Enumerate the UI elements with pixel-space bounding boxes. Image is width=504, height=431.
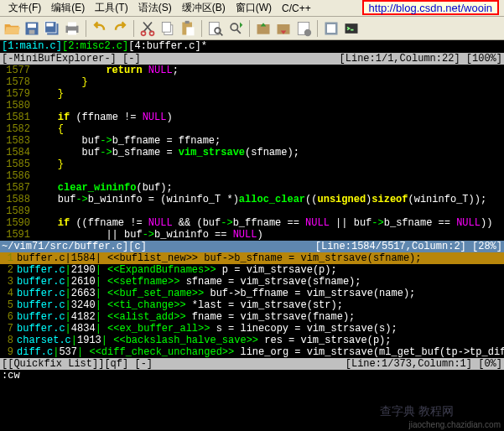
find-icon[interactable] <box>207 20 224 37</box>
make-icon[interactable] <box>323 20 340 37</box>
tab-main[interactable]: [1:main.c] <box>2 40 62 52</box>
line-content <box>34 100 504 112</box>
tab-misc2[interactable]: [2:misc2.c] <box>62 40 128 52</box>
line-content <box>34 205 504 217</box>
save-icon[interactable] <box>23 20 40 37</box>
quickfix-item[interactable]: 2buffer.c|2190| <<ExpandBufnames>> p = v… <box>0 264 504 276</box>
line-number: 1582 <box>0 123 34 135</box>
save-all-icon[interactable] <box>44 20 60 37</box>
quickfix-pane[interactable]: 1buffer.c|1584| <<buflist_new>> buf->b_s… <box>0 252 504 358</box>
quickfix-item[interactable]: 3buffer.c|2610| <<setfname>> sfname = vi… <box>0 276 504 288</box>
code-line[interactable]: 1578 } <box>0 76 504 88</box>
code-line[interactable]: 1586 <box>0 170 504 182</box>
menu-cc[interactable]: C/C++ <box>277 1 316 16</box>
shell-icon[interactable] <box>343 20 360 37</box>
open-icon[interactable] <box>3 20 20 37</box>
svg-rect-1 <box>28 23 36 28</box>
line-content: clear_wininfo(buf); <box>34 182 504 194</box>
quickfix-item[interactable]: 8charset.c|1913| <<backslash_halve_save>… <box>0 335 504 346</box>
session-save-icon[interactable] <box>275 20 292 37</box>
qf-content: buffer.c|2663| <<buf_set_name>> buf->b_f… <box>17 288 504 299</box>
watermark-url: jiaocheng.chazidian.com <box>408 420 501 429</box>
code-line[interactable]: 1583 buf->b_ffname = ffname; <box>0 135 504 147</box>
menu-buffers[interactable]: 缓冲区(B) <box>177 0 231 17</box>
line-number: 1587 <box>0 182 34 194</box>
line-number: 1584 <box>0 147 34 158</box>
quickfix-item[interactable]: 1buffer.c|1584| <<buflist_new>> buf->b_s… <box>0 252 504 264</box>
buffer-tabs[interactable]: [1:main.c][2:misc2.c][4:buffer.c]* <box>0 40 504 53</box>
svg-rect-14 <box>186 27 194 35</box>
tab-buffer[interactable]: [4:buffer.c]* <box>128 40 207 52</box>
quickfix-item[interactable]: 5buffer.c|3240| <<ti_change>> *last = vi… <box>0 299 504 311</box>
buffer-status: ~/vim71/src/buffer.c][c] [Line:1584/5517… <box>0 241 504 252</box>
session-load-icon[interactable] <box>255 20 272 37</box>
code-line[interactable]: 1577 return NULL; <box>0 65 504 76</box>
buffer-path: ~/vim71/src/buffer.c][c] <box>2 241 315 252</box>
line-number: 1583 <box>0 135 34 147</box>
quickfix-item[interactable]: 7buffer.c|4834| <<ex_buffer_all>> s = li… <box>0 323 504 335</box>
menu-edit[interactable]: 编辑(E) <box>46 0 90 17</box>
quickfix-label: [[Quickfix List]][qf] [-] <box>2 358 346 370</box>
code-line[interactable]: 1580 <box>0 100 504 112</box>
line-number: 1581 <box>0 112 34 123</box>
minibuf-status: [-MiniBufExplorer-] [-] [Line:1/1,Column… <box>0 53 504 65</box>
svg-rect-5 <box>46 23 53 26</box>
code-line[interactable]: 1579 } <box>0 88 504 100</box>
code-line[interactable]: 1589 <box>0 205 504 217</box>
svg-point-9 <box>142 31 146 35</box>
undo-icon[interactable] <box>91 20 108 37</box>
qf-content: buffer.c|3240| <<ti_change>> *last = vim… <box>17 299 504 311</box>
line-number: 1591 <box>0 229 34 241</box>
code-line[interactable]: 1591 || buf->b_wininfo == NULL) <box>0 229 504 241</box>
svg-point-22 <box>304 29 311 35</box>
line-content: } <box>34 158 504 170</box>
line-content: } <box>34 76 504 88</box>
menu-syntax[interactable]: 语法(S) <box>133 0 177 17</box>
quickfix-item[interactable]: 4buffer.c|2663| <<buf_set_name>> buf->b_… <box>0 288 504 299</box>
quickfix-status: [[Quickfix List]][qf] [-] [Line:1/373,Co… <box>0 358 504 370</box>
code-line[interactable]: 1590 if ((ffname != NULL && (buf->b_ffna… <box>0 217 504 229</box>
line-number: 1579 <box>0 88 34 100</box>
menu-window[interactable]: 窗口(W) <box>231 0 277 17</box>
line-number: 1577 <box>0 65 34 76</box>
cut-icon[interactable] <box>139 20 156 37</box>
buffer-pos: [Line:1584/5517,Column:2] [28%] <box>315 241 502 252</box>
line-content: { <box>34 123 504 135</box>
svg-rect-24 <box>327 24 335 33</box>
code-line[interactable]: 1585 } <box>0 158 504 170</box>
watermark-logo: 查字典 教程网 <box>380 404 454 419</box>
copy-icon[interactable] <box>159 20 176 37</box>
quickfix-item[interactable]: 6buffer.c|4182| <<alist_add>> fname = vi… <box>0 311 504 323</box>
find-next-icon[interactable] <box>227 20 244 37</box>
line-content <box>34 170 504 182</box>
line-content: || buf->b_wininfo == NULL) <box>34 229 504 241</box>
line-content: buf->b_sfname = vim_strsave(sfname); <box>34 147 504 158</box>
code-line[interactable]: 1581 if (ffname != NULL) <box>0 112 504 123</box>
minibuf-label: [-MiniBufExplorer-] [-] <box>2 53 340 65</box>
line-number: 1588 <box>0 194 34 205</box>
svg-point-10 <box>150 31 154 35</box>
script-icon[interactable] <box>295 20 312 37</box>
redo-icon[interactable] <box>112 20 128 37</box>
qf-content: buffer.c|4182| <<alist_add>> fname = vim… <box>17 311 504 323</box>
minibuf-pos: [Line:1/1,Column:22] [100%] <box>340 53 502 65</box>
line-content: return NULL; <box>34 65 504 76</box>
qf-content: buffer.c|2610| <<setfname>> sfname = vim… <box>17 276 504 288</box>
line-number: 1580 <box>0 100 34 112</box>
menu-file[interactable]: 文件(F) <box>3 0 46 17</box>
svg-rect-8 <box>68 30 76 34</box>
code-line[interactable]: 1582 { <box>0 123 504 135</box>
command-line[interactable]: :cw <box>0 370 504 382</box>
code-pane[interactable]: 1577 return NULL;1578 }1579 }15801581 if… <box>0 65 504 241</box>
qf-content: buffer.c|1584| <<buflist_new>> buf->b_sf… <box>17 252 504 264</box>
code-line[interactable]: 1588 buf->b_wininfo = (wininfo_T *)alloc… <box>0 194 504 205</box>
quickfix-item[interactable]: 9diff.c|537| <<diff_check_unchanged>> li… <box>0 346 504 358</box>
code-line[interactable]: 1587 clear_wininfo(buf); <box>0 182 504 194</box>
menu-tools[interactable]: 工具(T) <box>90 0 132 17</box>
code-line[interactable]: 1584 buf->b_sfname = vim_strsave(sfname)… <box>0 147 504 158</box>
line-content: buf->b_ffname = ffname; <box>34 135 504 147</box>
svg-rect-2 <box>29 29 35 34</box>
paste-icon[interactable] <box>179 20 196 37</box>
qf-number: 3 <box>0 276 17 288</box>
print-icon[interactable] <box>64 20 81 37</box>
